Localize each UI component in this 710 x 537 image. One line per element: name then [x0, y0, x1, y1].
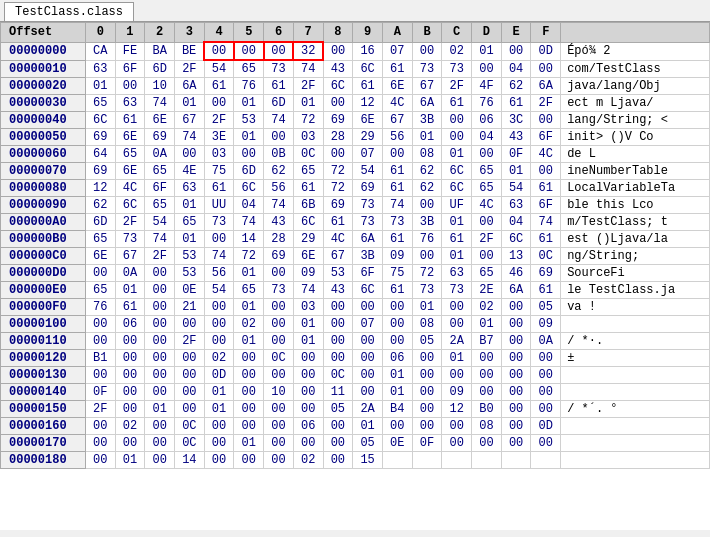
hex-cell[interactable]: 12: [353, 95, 383, 112]
hex-cell[interactable]: 65: [85, 282, 115, 299]
hex-cell[interactable]: 01: [412, 129, 442, 146]
hex-cell[interactable]: 67: [323, 248, 353, 265]
hex-cell[interactable]: 00: [382, 333, 412, 350]
hex-cell[interactable]: 73: [442, 60, 472, 78]
hex-cell[interactable]: 6A: [353, 231, 383, 248]
hex-cell[interactable]: 00: [264, 418, 294, 435]
hex-cell[interactable]: 72: [323, 180, 353, 197]
hex-cell[interactable]: 01: [442, 248, 472, 265]
hex-cell[interactable]: 00: [234, 367, 264, 384]
hex-cell[interactable]: 02: [204, 350, 234, 367]
hex-cell[interactable]: 02: [472, 299, 502, 316]
hex-cell[interactable]: 4C: [382, 95, 412, 112]
hex-cell[interactable]: 00: [264, 452, 294, 469]
hex-cell[interactable]: 6E: [115, 129, 145, 146]
hex-cell[interactable]: 61: [353, 78, 383, 95]
hex-cell[interactable]: 76: [472, 95, 502, 112]
hex-cell[interactable]: 28: [323, 129, 353, 146]
hex-cell[interactable]: 6C: [234, 180, 264, 197]
hex-cell[interactable]: 6E: [293, 248, 323, 265]
hex-cell[interactable]: 04: [472, 129, 502, 146]
hex-cell[interactable]: 00: [264, 435, 294, 452]
hex-cell[interactable]: 2F: [175, 333, 205, 350]
hex-cell[interactable]: 00: [293, 367, 323, 384]
hex-cell[interactable]: 29: [293, 231, 323, 248]
hex-cell[interactable]: 00: [293, 435, 323, 452]
hex-cell[interactable]: 74: [145, 95, 175, 112]
hex-cell[interactable]: 4C: [472, 197, 502, 214]
hex-cell[interactable]: 0C: [323, 367, 353, 384]
hex-cell[interactable]: 73: [353, 214, 383, 231]
hex-cell[interactable]: 0A: [115, 265, 145, 282]
hex-cell[interactable]: 01: [472, 316, 502, 333]
hex-cell[interactable]: 65: [115, 146, 145, 163]
hex-cell[interactable]: 09: [382, 248, 412, 265]
hex-cell[interactable]: 6C: [353, 60, 383, 78]
hex-cell[interactable]: 28: [264, 231, 294, 248]
hex-cell[interactable]: 6E: [382, 78, 412, 95]
hex-cell[interactable]: 01: [501, 163, 531, 180]
hex-cell[interactable]: 06: [115, 316, 145, 333]
hex-cell[interactable]: 6F: [531, 197, 561, 214]
hex-cell[interactable]: BE: [175, 42, 205, 60]
hex-cell[interactable]: 0E: [382, 435, 412, 452]
hex-cell[interactable]: 67: [382, 112, 412, 129]
hex-cell[interactable]: 67: [115, 248, 145, 265]
hex-cell[interactable]: 61: [382, 180, 412, 197]
hex-cell[interactable]: 00: [175, 401, 205, 418]
hex-cell[interactable]: 53: [175, 248, 205, 265]
hex-cell[interactable]: 3E: [204, 129, 234, 146]
hex-cell[interactable]: 00: [501, 435, 531, 452]
hex-cell[interactable]: B4: [382, 401, 412, 418]
hex-cell[interactable]: 00: [234, 401, 264, 418]
hex-cell[interactable]: 2F: [145, 248, 175, 265]
hex-cell[interactable]: 00: [234, 350, 264, 367]
hex-cell[interactable]: 00: [472, 384, 502, 401]
hex-cell[interactable]: 00: [323, 146, 353, 163]
hex-cell[interactable]: 6F: [145, 180, 175, 197]
hex-cell[interactable]: 00: [175, 367, 205, 384]
hex-cell[interactable]: 6D: [234, 163, 264, 180]
hex-cell[interactable]: 61: [442, 95, 472, 112]
hex-cell[interactable]: 00: [531, 367, 561, 384]
hex-cell[interactable]: 09: [442, 384, 472, 401]
hex-cell[interactable]: 00: [382, 418, 412, 435]
hex-cell[interactable]: 03: [293, 129, 323, 146]
hex-cell[interactable]: 29: [353, 129, 383, 146]
hex-cell[interactable]: 00: [472, 214, 502, 231]
hex-cell[interactable]: 01: [204, 384, 234, 401]
hex-cell[interactable]: 00: [145, 265, 175, 282]
hex-cell[interactable]: 00: [145, 367, 175, 384]
hex-cell[interactable]: 0F: [85, 384, 115, 401]
hex-cell[interactable]: 00: [145, 384, 175, 401]
hex-cell[interactable]: 6C: [501, 231, 531, 248]
hex-cell[interactable]: 00: [442, 112, 472, 129]
hex-cell[interactable]: 00: [412, 418, 442, 435]
hex-cell[interactable]: 00: [115, 350, 145, 367]
hex-cell[interactable]: 32: [293, 42, 323, 60]
hex-cell[interactable]: 74: [204, 248, 234, 265]
hex-cell[interactable]: 61: [531, 231, 561, 248]
hex-cell[interactable]: 6C: [323, 78, 353, 95]
hex-cell[interactable]: 74: [382, 197, 412, 214]
hex-cell[interactable]: 61: [115, 112, 145, 129]
hex-cell[interactable]: 01: [115, 452, 145, 469]
hex-cell[interactable]: 01: [175, 231, 205, 248]
hex-cell[interactable]: 02: [442, 42, 472, 60]
hex-cell[interactable]: 14: [234, 231, 264, 248]
hex-cell[interactable]: 00: [531, 163, 561, 180]
hex-cell[interactable]: 00: [85, 367, 115, 384]
hex-cell[interactable]: 00: [204, 452, 234, 469]
hex-cell[interactable]: 2A: [353, 401, 383, 418]
hex-cell[interactable]: 0D: [531, 42, 561, 60]
hex-cell[interactable]: 6C: [442, 163, 472, 180]
hex-cell[interactable]: 54: [353, 163, 383, 180]
hex-cell[interactable]: 00: [175, 384, 205, 401]
hex-cell[interactable]: 54: [204, 282, 234, 299]
hex-cell[interactable]: 63: [85, 60, 115, 78]
hex-cell[interactable]: 07: [353, 316, 383, 333]
hex-cell[interactable]: 00: [472, 367, 502, 384]
hex-cell[interactable]: 00: [234, 452, 264, 469]
hex-cell[interactable]: 00: [472, 248, 502, 265]
hex-cell[interactable]: 4C: [323, 231, 353, 248]
